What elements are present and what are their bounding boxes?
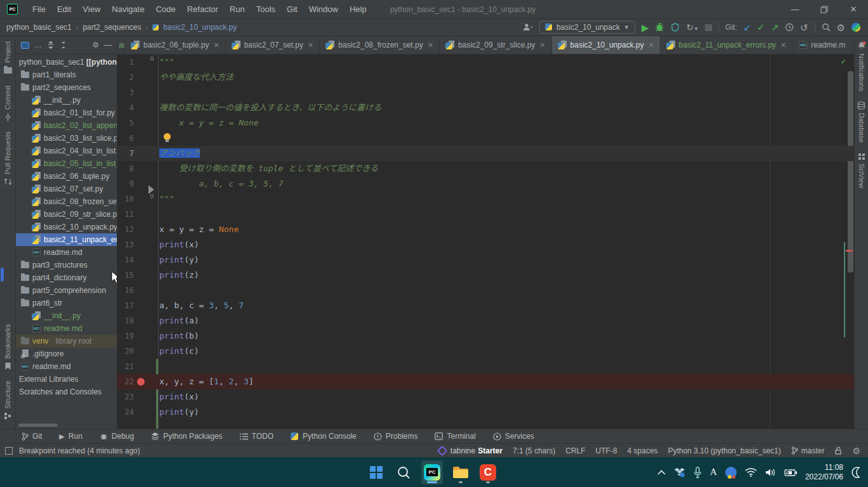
rollback-button[interactable]: ↺: [800, 23, 808, 32]
debug-button[interactable]: [655, 23, 664, 32]
code-editor[interactable]: ⌂ ⌂ ✓ 1"""2やや高度な代入方法34複数の変数に同一の値を投入するとき、…: [117, 55, 854, 429]
editor-tab[interactable]: basic2_08_frozen_set.py✕: [320, 36, 440, 54]
battery-icon[interactable]: [784, 469, 797, 476]
tree-item[interactable]: basic2_10_unpack.py: [16, 221, 117, 233]
tabnine-widget[interactable]: tabnineStarter: [438, 446, 503, 455]
breadcrumb-file[interactable]: basic2_10_unpack.py: [152, 23, 237, 32]
editor-tab[interactable]: basic2_07_set.py✕: [226, 36, 320, 54]
tool-window-button-run[interactable]: ▶Run: [59, 432, 82, 441]
close-tab-icon[interactable]: ✕: [428, 41, 433, 49]
menu-refactor[interactable]: Refactor: [181, 3, 224, 16]
code-line[interactable]: 18print(a): [117, 313, 854, 328]
menu-run[interactable]: Run: [224, 3, 251, 16]
menu-file[interactable]: File: [27, 3, 51, 16]
line-ending[interactable]: CRLF: [565, 446, 585, 455]
line-number[interactable]: 10: [117, 192, 134, 207]
code-line[interactable]: 17a, b, c = 3, 5, 7: [117, 298, 854, 313]
tool-window-button-python-console[interactable]: Python Console: [291, 432, 357, 441]
code-line[interactable]: 4複数の変数に同一の値を投入するとき、以下のように書ける: [117, 100, 854, 115]
close-button[interactable]: ✕: [839, 0, 868, 19]
code-line[interactable]: 24print(y): [117, 405, 854, 420]
code-line[interactable]: 1""": [117, 55, 854, 70]
line-number[interactable]: 16: [117, 283, 134, 298]
tree-item[interactable]: part5_comprehension: [16, 284, 117, 297]
editor-tab[interactable]: basic2_09_str_slice.py✕: [440, 36, 552, 54]
tree-item[interactable]: basic2_09_str_slice.py: [16, 208, 117, 221]
line-number[interactable]: 18: [117, 313, 134, 328]
code-line[interactable]: 20print(c): [117, 344, 854, 359]
code-line[interactable]: 16: [117, 283, 854, 298]
line-number[interactable]: 7: [117, 146, 134, 161]
speaker-icon[interactable]: [765, 468, 776, 477]
code-line[interactable]: 9 a, b, c = 3, 5, 7: [117, 176, 854, 192]
git-update-button[interactable]: ↙: [744, 23, 751, 32]
line-number[interactable]: 17: [117, 298, 134, 313]
ime-indicator[interactable]: A: [710, 467, 717, 477]
editor-tab[interactable]: basic2_10_unpack.py✕: [552, 36, 661, 54]
run-configuration-select[interactable]: basic2_10_unpack ▼: [539, 21, 635, 34]
moon-focus-assist-icon[interactable]: [852, 467, 863, 478]
code-line[interactable]: 15print(z): [117, 268, 854, 283]
code-line[interactable]: 22x, y, z = [1, 2, 3]: [117, 374, 854, 389]
expand-all-icon[interactable]: [47, 41, 55, 49]
code-line[interactable]: 19print(b): [117, 328, 854, 344]
plugin-ball-icon[interactable]: [852, 23, 860, 32]
close-tab-icon[interactable]: ✕: [539, 41, 545, 49]
menu-window[interactable]: Window: [303, 3, 344, 16]
file-encoding[interactable]: UTF-8: [596, 446, 617, 455]
status-message[interactable]: Breakpoint reached (4 minutes ago): [19, 446, 140, 455]
breadcrumb-folder[interactable]: part2_sequences: [82, 23, 141, 32]
tool-window-quick-access-icon[interactable]: [5, 447, 13, 455]
editor-tab[interactable]: basic2_06_tuple.py✕: [125, 36, 226, 54]
menu-tools[interactable]: Tools: [251, 3, 281, 16]
line-number[interactable]: 20: [117, 344, 134, 359]
close-tab-icon[interactable]: ✕: [648, 41, 654, 49]
close-tab-icon[interactable]: ✕: [213, 41, 219, 49]
caret-position[interactable]: 7:1 (5 chars): [513, 446, 555, 455]
tool-stripe-button-notifications[interactable]: Notifications: [855, 36, 868, 96]
menu-help[interactable]: Help: [344, 3, 372, 16]
editor-tab[interactable]: basic2_11_unpack_errors.py✕: [661, 36, 792, 54]
horizontal-scrollbar[interactable]: [18, 424, 58, 427]
run-button[interactable]: ▶: [641, 23, 649, 32]
line-number[interactable]: 4: [117, 100, 134, 115]
tree-item[interactable]: basic2_03_list_slice.py: [16, 132, 117, 145]
tree-item[interactable]: Scratches and Consoles: [16, 386, 117, 398]
taskbar-explorer-button[interactable]: [451, 460, 470, 484]
panel-settings-gear-icon[interactable]: ⚙: [92, 41, 99, 49]
restore-button[interactable]: [810, 0, 839, 19]
tool-window-button-services[interactable]: Services: [493, 432, 534, 441]
project-view-selector-icon[interactable]: [21, 42, 29, 49]
history-button[interactable]: [785, 23, 794, 32]
line-number[interactable]: 11: [117, 207, 134, 222]
dropbox-icon[interactable]: [674, 467, 685, 477]
code-line[interactable]: 21: [117, 359, 854, 374]
code-line[interactable]: 13print(x): [117, 237, 854, 252]
tool-stripe-button-bookmarks[interactable]: Bookmarks: [0, 319, 15, 375]
settings-gear-icon[interactable]: ⚙: [837, 23, 845, 32]
line-number[interactable]: 9: [117, 176, 134, 192]
taskbar-clock[interactable]: 11:08 2022/07/06: [805, 463, 843, 482]
tool-window-button-terminal[interactable]: Terminal: [435, 432, 475, 441]
profile-icon[interactable]: [523, 23, 533, 32]
line-number[interactable]: 15: [117, 268, 134, 283]
tree-item[interactable]: .gitignore: [16, 347, 117, 360]
code-line[interactable]: 5 x = y = z = None: [117, 115, 854, 131]
line-number[interactable]: 14: [117, 252, 134, 268]
tree-root[interactable]: python_basic_sec1 [[python_b: [16, 56, 117, 68]
tool-window-button-git[interactable]: Git: [22, 432, 42, 441]
more-options-icon[interactable]: …: [34, 41, 42, 49]
tray-chevron-up-icon[interactable]: [657, 470, 666, 475]
tree-item[interactable]: basic2_05_list_in_list_v: [16, 157, 117, 170]
line-number[interactable]: 3: [117, 85, 134, 100]
tool-stripe-button-sciview[interactable]: SciView: [855, 148, 868, 193]
tree-item[interactable]: basic2_02_list_append.: [16, 119, 117, 132]
tool-stripe-button-structure[interactable]: Structure: [0, 375, 15, 425]
collapse-all-icon[interactable]: [60, 41, 67, 49]
code-line[interactable]: 11: [117, 207, 854, 222]
microphone-icon[interactable]: [694, 467, 702, 478]
code-line[interactable]: 23print(x): [117, 389, 854, 405]
tree-item[interactable]: MDreadme.md: [16, 360, 117, 373]
profiler-button[interactable]: ↻▼: [686, 23, 699, 32]
editor-tab[interactable]: MDreadme.m: [792, 36, 852, 54]
